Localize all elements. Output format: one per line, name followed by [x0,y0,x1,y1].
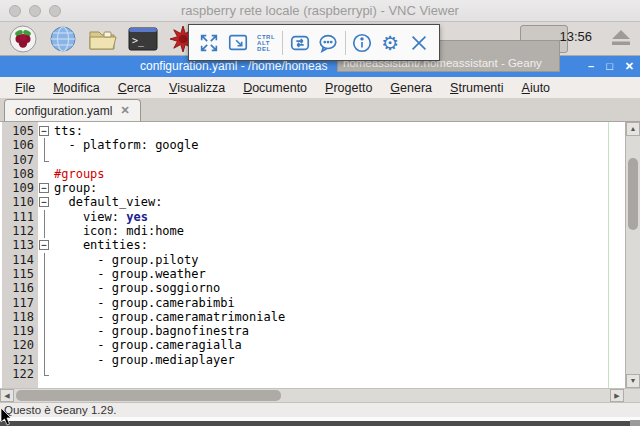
menu-item-cerca[interactable]: Cerca [111,79,158,97]
vnc-toolbar: CTRL ALT DEL [188,24,440,61]
fold-marker [38,281,52,295]
status-bar: Questo è Geany 1.29. [0,402,640,417]
raspberry-menu-icon[interactable] [6,23,40,55]
line-number: 114 [2,253,34,267]
screen: raspberry rete locale (raspberrypi) - VN… [0,0,640,426]
code-line[interactable]: tts: [52,124,625,138]
tab-label: configuration.yaml [15,104,112,118]
info-icon[interactable] [350,31,374,55]
code-line[interactable]: icon: mdi:home [52,224,625,238]
fold-marker[interactable]: − [38,124,52,138]
fold-marker [38,353,52,367]
tab-close-icon[interactable]: ✕ [120,104,129,117]
file-manager-icon[interactable] [86,23,120,55]
toolbar-divider [282,31,283,55]
window-bottom-edge [0,421,640,426]
fold-marker[interactable]: − [38,181,52,195]
menu-bar: FileModificaCercaVisualizzaDocumentoProg… [0,77,640,98]
code-line[interactable]: default_view: [52,195,625,209]
code-editor[interactable]: 1051061071081091101111121131141151161171… [0,122,640,388]
fold-marker [38,367,52,381]
geany-window: configuration.yaml - /home/homeas – □ ✕ … [0,56,640,426]
fold-marker [38,224,52,238]
menu-item-genera[interactable]: Genera [383,79,439,97]
code-line[interactable]: - group.weather [52,267,625,281]
code-line[interactable]: group: [52,181,625,195]
line-number: 122 [2,367,34,381]
code-line[interactable]: view: yes [52,210,625,224]
fold-marker [38,153,52,167]
code-line[interactable]: - group.cameragialla [52,338,625,352]
toolbar-divider [345,31,346,55]
menu-item-strumenti[interactable]: Strumenti [443,79,511,97]
line-number: 119 [2,324,34,338]
tab-configuration-yaml[interactable]: configuration.yaml ✕ [4,99,141,121]
vertical-scrollbar[interactable]: ▲ ▼ [625,122,640,388]
eject-icon[interactable] [610,28,632,52]
fold-margin: −−−− [38,122,52,388]
code-line[interactable]: entities: [52,238,625,252]
scroll-up-icon[interactable]: ▲ [626,122,640,136]
line-number: 120 [2,338,34,352]
fold-marker [38,324,52,338]
line-number: 121 [2,353,34,367]
line-number: 106 [2,138,34,152]
code-area[interactable]: tts: - platform: google #groupsgroup: de… [52,122,625,388]
menu-item-aiuto[interactable]: Aiuto [515,79,558,97]
fold-marker [38,138,52,152]
line-number: 109 [2,181,34,195]
code-line[interactable]: - group.camerabimbi [52,296,625,310]
fold-marker[interactable]: − [38,238,52,252]
vnc-window-title: raspberry rete locale (raspberrypi) - VN… [0,3,640,18]
code-line[interactable] [52,153,625,167]
line-number: 112 [2,224,34,238]
chat-icon[interactable] [316,31,340,55]
code-line[interactable]: - group.cameramatrimoniale [52,310,625,324]
code-line[interactable]: - group.soggiorno [52,281,625,295]
resize-window-icon[interactable] [226,31,250,55]
close-button[interactable]: ✕ [625,56,634,77]
fullscreen-icon[interactable] [197,31,221,55]
menu-item-file[interactable]: File [8,79,42,97]
ctrl-alt-del-button[interactable]: CTRL ALT DEL [254,31,278,55]
taskbar-clock: 13:56 [559,29,592,44]
macos-titlebar: raspberry rete locale (raspberrypi) - VN… [0,0,640,22]
menu-item-modifica[interactable]: Modifica [46,79,107,97]
code-line[interactable]: - group.mediaplayer [52,353,625,367]
line-number: 110 [2,195,34,209]
line-number: 116 [2,281,34,295]
vertical-scroll-thumb[interactable] [628,158,638,230]
code-line[interactable]: #groups [52,167,625,181]
mouse-cursor [0,408,12,426]
line-number: 107 [2,153,34,167]
menu-item-visualizza[interactable]: Visualizza [162,79,232,97]
fold-marker[interactable]: − [38,195,52,209]
code-line[interactable] [52,367,625,381]
line-number: 117 [2,296,34,310]
fold-marker [38,167,52,181]
horizontal-scroll-thumb[interactable] [16,390,281,401]
maximize-button[interactable]: □ [606,56,613,77]
minimize-button[interactable]: – [588,56,594,77]
scroll-right-icon[interactable]: ▶ [610,389,624,402]
terminal-icon[interactable]: >_ [126,23,160,55]
horizontal-scrollbar[interactable]: ◀ ▶ [0,388,640,402]
fold-marker [38,296,52,310]
code-line[interactable]: - group.piloty [52,253,625,267]
window-resize-corner[interactable] [630,420,640,426]
menu-item-documento[interactable]: Documento [236,79,314,97]
fold-marker [38,338,52,352]
scroll-down-icon[interactable]: ▼ [626,374,640,388]
scroll-left-icon[interactable]: ◀ [0,389,14,402]
code-line[interactable]: - platform: google [52,138,625,152]
tab-bar: configuration.yaml ✕ [0,98,640,122]
long-line-marker [608,122,609,388]
close-toolbar-icon[interactable] [407,31,431,55]
file-transfer-icon[interactable] [288,31,312,55]
settings-gear-icon[interactable]: ⚙ [378,31,402,55]
code-line[interactable]: - group.bagnofinestra [52,324,625,338]
line-number: 115 [2,267,34,281]
web-browser-icon[interactable] [46,23,80,55]
menu-item-progetto[interactable]: Progetto [318,79,379,97]
line-number: 113 [2,238,34,252]
